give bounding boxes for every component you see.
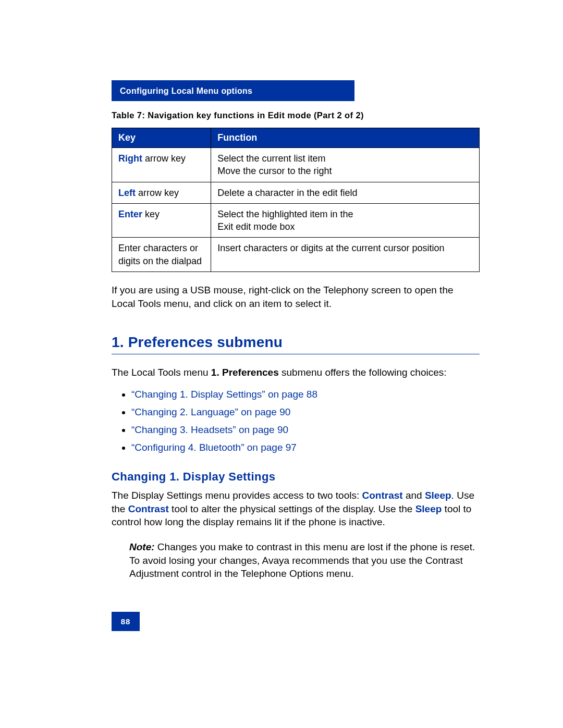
list-item: “Changing 3. Headsets” on page 90 bbox=[131, 424, 480, 436]
content-area: Table 7: Navigation key functions in Edi… bbox=[112, 110, 480, 581]
key-prefix: Right bbox=[118, 153, 142, 164]
table-header-key: Key bbox=[112, 128, 211, 148]
display-settings-paragraph: The Display Settings menu provides acces… bbox=[112, 489, 480, 529]
note-label: Note: bbox=[129, 541, 155, 552]
xref-link[interactable]: “Changing 1. Display Settings” on page 8… bbox=[131, 389, 317, 400]
dp-t4: tool to alter the physical settings of t… bbox=[169, 503, 415, 514]
table-cell-function: Select the current list item Move the cu… bbox=[211, 148, 480, 182]
note-text: Changes you make to contrast in this men… bbox=[129, 541, 475, 579]
dp-b1: Contrast bbox=[362, 490, 403, 501]
func-line1: Select the highlighted item in the bbox=[217, 209, 353, 219]
table-cell-key: Right arrow key bbox=[112, 148, 211, 182]
page-number: 88 bbox=[121, 617, 131, 626]
key-suffix: arrow key bbox=[142, 153, 186, 164]
key-suffix: key bbox=[142, 209, 160, 219]
intro-pre: The Local Tools menu bbox=[112, 367, 211, 378]
key-suffix: arrow key bbox=[136, 188, 179, 198]
xref-link[interactable]: “Changing 3. Headsets” on page 90 bbox=[131, 424, 288, 435]
table-cell-function: Select the highlighted item in the Exit … bbox=[211, 203, 480, 238]
navigation-key-table: Key Function Right arrow key Select the … bbox=[112, 128, 480, 272]
paragraph-after-table: If you are using a USB mouse, right-clic… bbox=[112, 283, 480, 310]
dp-b2: Sleep bbox=[425, 490, 451, 501]
list-item: “Changing 2. Language” on page 90 bbox=[131, 406, 480, 418]
intro-paragraph: The Local Tools menu 1. Preferences subm… bbox=[112, 366, 480, 379]
dp-t1: The Display Settings menu provides acces… bbox=[112, 490, 362, 501]
dp-b3: Contrast bbox=[128, 503, 169, 514]
table-cell-key: Enter key bbox=[112, 203, 211, 238]
key-prefix: Enter bbox=[118, 209, 142, 219]
list-item: “Configuring 4. Bluetooth” on page 97 bbox=[131, 442, 480, 453]
intro-bold: 1. Preferences bbox=[211, 367, 279, 378]
section-heading: 1. Preferences submenu bbox=[112, 334, 480, 351]
table-caption: Table 7: Navigation key functions in Edi… bbox=[112, 110, 480, 120]
intro-post: submenu offers the following choices: bbox=[279, 367, 447, 378]
table-cell-function: Delete a character in the edit field bbox=[211, 182, 480, 203]
table-cell-function: Insert characters or digits at the curre… bbox=[211, 238, 480, 272]
func-line1: Insert characters or digits at the curre… bbox=[217, 243, 444, 253]
func-line1: Delete a character in the edit field bbox=[217, 188, 357, 198]
key-prefix: Left bbox=[118, 188, 136, 198]
func-line2: Move the cursor to the right bbox=[217, 166, 332, 176]
header-bar: Configuring Local Menu options bbox=[112, 80, 354, 101]
dp-t2: and bbox=[403, 490, 425, 501]
xref-list: “Changing 1. Display Settings” on page 8… bbox=[112, 389, 480, 453]
table-row: Enter characters or digits on the dialpa… bbox=[112, 238, 480, 272]
table-cell-key: Left arrow key bbox=[112, 182, 211, 203]
xref-link[interactable]: “Configuring 4. Bluetooth” on page 97 bbox=[131, 442, 297, 453]
page-number-box: 88 bbox=[112, 612, 140, 631]
func-line2: Exit edit mode box bbox=[217, 221, 295, 232]
table-header-function: Function bbox=[211, 128, 480, 148]
table-row: Enter key Select the highlighted item in… bbox=[112, 203, 480, 238]
document-page: Configuring Local Menu options Table 7: … bbox=[0, 80, 563, 631]
note-block: Note: Changes you make to contrast in th… bbox=[129, 540, 480, 581]
header-title: Configuring Local Menu options bbox=[120, 87, 252, 95]
xref-link[interactable]: “Changing 2. Language” on page 90 bbox=[131, 406, 290, 417]
func-line1: Select the current list item bbox=[217, 153, 325, 164]
table-row: Right arrow key Select the current list … bbox=[112, 148, 480, 182]
table-cell-key: Enter characters or digits on the dialpa… bbox=[112, 238, 211, 272]
dp-b4: Sleep bbox=[415, 503, 442, 514]
key-plain: Enter characters or digits on the dialpa… bbox=[118, 243, 202, 266]
table-row: Left arrow key Delete a character in the… bbox=[112, 182, 480, 203]
subsection-heading: Changing 1. Display Settings bbox=[112, 470, 480, 484]
list-item: “Changing 1. Display Settings” on page 8… bbox=[131, 389, 480, 400]
section-rule bbox=[112, 354, 480, 354]
